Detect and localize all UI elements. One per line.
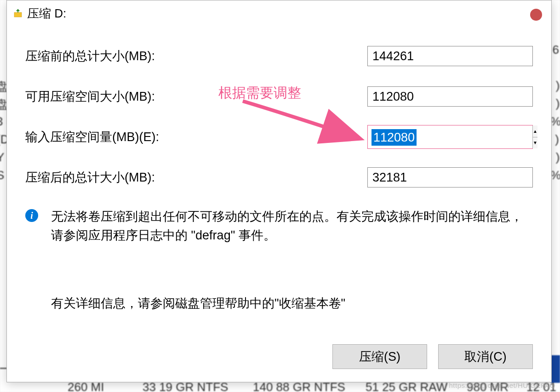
app-icon <box>13 9 23 18</box>
row-available: 可用压缩空间大小(MB): 112080 <box>25 85 533 108</box>
spinner-value: 112080 <box>371 129 417 146</box>
row-total-after: 压缩后的总计大小(MB): 32181 <box>25 166 533 189</box>
svg-rect-0 <box>14 12 22 17</box>
info-text: 无法将卷压缩到超出任何不可移动的文件所在的点。有关完成该操作时间的详细信息，请参… <box>51 207 533 244</box>
bg-text: )( <box>556 79 560 93</box>
bg-text: % <box>550 168 560 182</box>
bg-text: 6 <box>553 43 559 57</box>
bg-text: )( <box>556 150 560 165</box>
info-section: i 无法将卷压缩到超出任何不可移动的文件所在的点。有关完成该操作时间的详细信息，… <box>7 207 551 244</box>
watermark: https://blog.csdn.net/HUIGEPAO <box>449 381 556 389</box>
shrink-button[interactable]: 压缩(S) <box>332 344 427 369</box>
label-input: 输入压缩空间量(MB)(E): <box>25 129 232 145</box>
info-icon: i <box>25 209 38 222</box>
help-text: 有关详细信息，请参阅磁盘管理帮助中的"收缩基本卷" <box>7 295 551 312</box>
row-input: 输入压缩空间量(MB)(E): 112080 ▲ ▼ <box>25 125 533 148</box>
button-bar: 压缩(S) 取消(C) <box>332 344 533 369</box>
label-total-before: 压缩前的总计大小(MB): <box>25 48 232 64</box>
bg-text: )( <box>556 97 560 111</box>
close-icon[interactable] <box>530 9 542 21</box>
dialog-title: 压缩 D: <box>27 6 66 22</box>
spinner-up-button[interactable]: ▲ <box>533 125 537 137</box>
shrink-amount-spinner[interactable]: 112080 ▲ ▼ <box>367 125 533 149</box>
spinner-down-button[interactable]: ▼ <box>533 137 537 149</box>
spinner-buttons: ▲ ▼ <box>532 125 537 148</box>
row-total-before: 压缩前的总计大小(MB): 144261 <box>25 45 533 68</box>
shrink-volume-dialog: 压缩 D: 压缩前的总计大小(MB): 144261 可用压缩空间大小(MB):… <box>6 0 552 382</box>
value-total-before: 144261 <box>367 46 533 66</box>
cancel-button[interactable]: 取消(C) <box>438 344 533 369</box>
bg-text: ) <box>555 132 559 147</box>
bg-text: % <box>550 114 560 129</box>
value-total-after: 32181 <box>367 167 533 187</box>
label-total-after: 压缩后的总计大小(MB): <box>25 169 232 186</box>
value-available: 112080 <box>367 86 533 107</box>
form-area: 压缩前的总计大小(MB): 144261 可用压缩空间大小(MB): 11208… <box>7 26 551 189</box>
title-bar: 压缩 D: <box>7 0 551 26</box>
bg-text: S <box>0 168 4 182</box>
bg-text: Y <box>0 150 4 165</box>
label-available: 可用压缩空间大小(MB): <box>25 88 232 105</box>
